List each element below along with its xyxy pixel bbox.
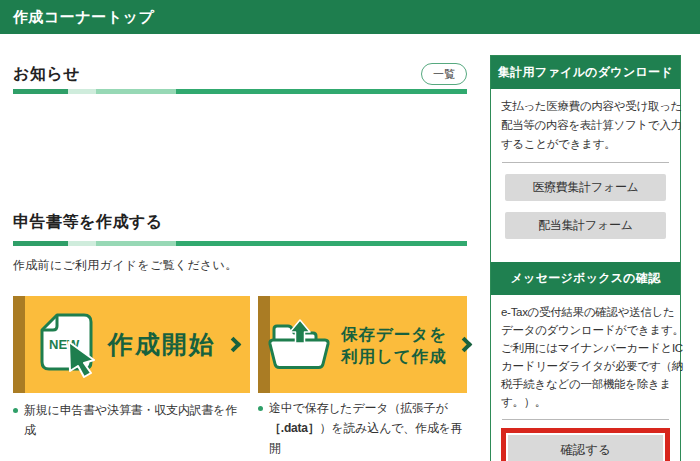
dividend-form-button[interactable]: 配当集計フォーム (505, 212, 666, 239)
messagebox-description-line: データのダウンロードができます。 (501, 321, 670, 339)
messagebox-description-line: 税手続きなどの一部機能を除きま (501, 375, 670, 393)
bullet-dot-icon (13, 408, 18, 413)
divider (502, 162, 669, 163)
download-description-line: 配当等の内容を表計算ソフトで入力 (501, 116, 670, 135)
create-heading: 申告書等を作成する (13, 212, 163, 233)
create-note: 作成前にご利用ガイドをご覧ください。 (13, 257, 238, 274)
download-section-title: 集計用ファイルのダウンロード (491, 56, 680, 89)
start-button-bullets: 新規に申告書や決算書・収支内訳書を作成 (13, 400, 248, 449)
messagebox-description-line: e-Taxの受付結果の確認や送信した (501, 303, 670, 321)
new-document-cursor-icon: NEW (36, 312, 98, 378)
download-section-body: 支払った医療費の内容や受け取った 配当等の内容を表計算ソフトで入力 することがで… (491, 89, 680, 262)
resume-button-bullets: 途中で保存したデータ（拡張子が［.data］）を読み込んで、作成を再開 過去の申… (258, 398, 470, 461)
news-heading-underline (13, 89, 467, 94)
news-heading-row: お知らせ 一覧 (13, 63, 467, 85)
news-list-button[interactable]: 一覧 (421, 63, 467, 85)
list-item: 途中で保存したデータ（拡張子が［.data］）を読み込んで、作成を再開 (258, 398, 470, 458)
resume-from-saved-button[interactable]: 保存データを 利用して作成 (258, 296, 467, 393)
start-creation-label: 作成開始 (108, 328, 216, 361)
open-folder-upload-icon (267, 319, 331, 371)
start-creation-button[interactable]: NEW 作成開始 (13, 296, 250, 393)
sidebar: 集計用ファイルのダウンロード 支払った医療費の内容や受け取った 配当等の内容を表… (490, 55, 681, 461)
resume-from-saved-label: 保存データを 利用して作成 (341, 323, 447, 367)
news-heading: お知らせ (13, 64, 80, 85)
medical-expense-form-button[interactable]: 医療費集計フォーム (505, 174, 666, 201)
divider (502, 419, 669, 420)
create-heading-row: 申告書等を作成する (13, 212, 467, 233)
download-description-line: 支払った医療費の内容や受け取った (501, 97, 670, 116)
page-title: 作成コーナートップ (13, 8, 154, 27)
page-header: 作成コーナートップ (0, 0, 700, 34)
bullet-dot-icon (258, 406, 263, 411)
messagebox-description-line: カードリーダライタが必要です（納 (501, 357, 670, 375)
messagebox-description-line: ご利用にはマイナンバーカードとIC (501, 339, 670, 357)
messagebox-section-body: e-Taxの受付結果の確認や送信した データのダウンロードができます。 ご利用に… (491, 295, 680, 461)
create-heading-underline (13, 241, 467, 246)
chevron-right-icon (226, 337, 242, 353)
chevron-right-icon (457, 337, 473, 353)
confirm-button[interactable]: 確認する (508, 435, 663, 461)
download-description-line: することができます。 (501, 135, 670, 154)
messagebox-description-line: す。）。 (501, 393, 670, 411)
messagebox-section-title: メッセージボックスの確認 (491, 262, 680, 295)
list-item: 新規に申告書や決算書・収支内訳書を作成 (13, 400, 248, 440)
confirm-button-highlight: 確認する (501, 428, 670, 461)
